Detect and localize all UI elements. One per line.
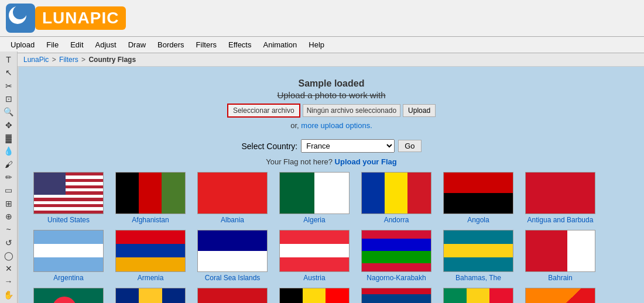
flag-item-bs[interactable]: Bahamas, The xyxy=(440,230,516,282)
flag-item-ad[interactable]: Andorra xyxy=(358,172,434,224)
text-icon[interactable]: T xyxy=(2,54,15,66)
flag-label-dz: Algeria xyxy=(303,216,325,224)
flag-item-dz[interactable]: Algeria xyxy=(276,172,352,224)
logo-icon xyxy=(6,4,35,33)
flag-item-us[interactable]: United States xyxy=(30,172,107,224)
layers-icon[interactable]: ⊞ xyxy=(2,197,15,209)
go-button[interactable]: Go xyxy=(398,140,421,152)
flag-label-at: Austria xyxy=(303,274,325,282)
flag-label-nk: Nagorno-Karabakh xyxy=(366,274,426,282)
pencil-icon[interactable]: ✏ xyxy=(2,171,15,183)
menubar: UploadFileEditAdjustDrawBordersFiltersEf… xyxy=(0,37,644,53)
paint-bucket-icon[interactable]: ▓ xyxy=(2,132,15,144)
menu-item-borders[interactable]: Borders xyxy=(152,38,190,51)
sample-loaded-text: Sample loaded xyxy=(25,78,638,89)
scissors-icon[interactable]: ✂ xyxy=(2,80,15,92)
flag-image-dz xyxy=(279,172,350,214)
menu-item-effects[interactable]: Effects xyxy=(222,38,258,51)
flag-image-coral xyxy=(197,230,268,272)
eraser-icon[interactable]: ▭ xyxy=(2,184,15,196)
close-icon[interactable]: ✕ xyxy=(2,263,15,274)
breadcrumb-filters[interactable]: Filters xyxy=(59,56,78,64)
eyedropper-icon[interactable]: 💧 xyxy=(2,145,15,157)
cursor-icon[interactable]: ↖ xyxy=(2,67,15,78)
flag-item-af[interactable]: Afghanistan xyxy=(112,172,189,224)
flag-item-nk[interactable]: Nagorno-Karabakh xyxy=(358,230,434,282)
breadcrumb-sep1: > xyxy=(52,56,58,64)
flag-image-ao xyxy=(443,172,513,214)
flag-label-bs: Bahamas, The xyxy=(455,274,501,282)
flag-item-bh[interactable]: Bahrain xyxy=(522,230,598,282)
upload-flag-link[interactable]: Upload your Flag xyxy=(335,157,397,166)
flag-missing-row: Your Flag not here? Upload your Flag xyxy=(25,157,638,166)
upload-button[interactable]: Upload xyxy=(403,104,436,117)
flag-image-bj xyxy=(443,288,513,303)
flag-image-bs xyxy=(443,230,513,272)
move-icon[interactable]: ✥ xyxy=(2,119,15,131)
breadcrumb-lunapic[interactable]: LunaPic xyxy=(23,56,49,64)
flag-label-ad: Andorra xyxy=(384,216,409,224)
menu-item-upload[interactable]: Upload xyxy=(5,38,40,51)
flag-item-be[interactable]: Belgium xyxy=(276,288,352,303)
clone-icon[interactable]: ⊕ xyxy=(2,211,15,222)
menu-item-help[interactable]: Help xyxy=(303,38,330,51)
flag-item-bd[interactable]: Bangladesh xyxy=(30,288,107,303)
flag-item-ar[interactable]: Argentina xyxy=(30,230,107,282)
header: LUNAPIC xyxy=(0,0,644,37)
menu-item-filters[interactable]: Filters xyxy=(190,38,222,51)
flag-item-bz[interactable]: Belize xyxy=(358,288,434,303)
brush-icon[interactable]: 🖌 xyxy=(2,159,15,170)
select-country-row: Select Country: FranceUnited StatesAfgha… xyxy=(25,139,638,153)
flag-image-bh xyxy=(525,230,595,272)
flag-image-us xyxy=(33,172,104,214)
flag-item-ao[interactable]: Angola xyxy=(440,172,516,224)
zoom-icon[interactable]: 🔍 xyxy=(2,106,15,118)
flag-item-at[interactable]: Austria xyxy=(276,230,352,282)
menu-item-adjust[interactable]: Adjust xyxy=(90,38,122,51)
menu-item-edit[interactable]: Edit xyxy=(64,38,89,51)
flag-label-us: United States xyxy=(47,216,90,224)
flag-image-ag xyxy=(525,172,595,214)
flag-image-nk xyxy=(361,230,431,272)
left-toolbar: T↖✂⊡🔍✥▓💧🖌✏▭⊞⊕~↺◯✕→✋ xyxy=(0,51,18,303)
flag-image-af xyxy=(115,172,186,214)
flag-label-al: Albania xyxy=(221,216,244,224)
crop-icon[interactable]: ⊡ xyxy=(2,93,15,105)
flag-label-ar: Argentina xyxy=(53,274,83,282)
upload-prompt-text: Upload a photo to work with xyxy=(25,90,638,100)
flag-item-am[interactable]: Armenia xyxy=(112,230,189,282)
flag-item-bb[interactable]: Barbados xyxy=(112,288,189,303)
logo-container: LUNAPIC xyxy=(6,4,126,33)
hand-icon[interactable]: ✋ xyxy=(2,289,15,301)
flag-image-at xyxy=(279,230,350,272)
menu-item-file[interactable]: File xyxy=(40,38,64,51)
arrow-icon[interactable]: → xyxy=(2,276,15,287)
flag-label-am: Armenia xyxy=(138,274,164,282)
flag-item-al[interactable]: Albania xyxy=(194,172,270,224)
flag-item-coral[interactable]: Coral Sea Islands xyxy=(194,230,270,282)
breadcrumb: LunaPic > Filters > Country Flags xyxy=(0,53,644,67)
flag-image-bt xyxy=(525,288,595,303)
flag-image-bz xyxy=(361,288,431,303)
menu-item-draw[interactable]: Draw xyxy=(122,38,152,51)
flag-item-ag[interactable]: Antigua and Barbuda xyxy=(522,172,598,224)
flag-item-by[interactable]: Belarus xyxy=(194,288,270,303)
flag-image-am xyxy=(115,230,186,272)
flag-label-coral: Coral Sea Islands xyxy=(205,274,261,282)
breadcrumb-current: Country Flags xyxy=(88,56,136,64)
logo-text[interactable]: LUNAPIC xyxy=(35,6,126,30)
flags-grid: United StatesAfghanistanAlbaniaAlgeriaAn… xyxy=(25,172,638,303)
smudge-icon[interactable]: ~ xyxy=(2,223,15,235)
country-select[interactable]: FranceUnited StatesAfghanistanAlbaniaAlg… xyxy=(301,139,395,153)
flag-image-ar xyxy=(33,230,104,272)
flag-item-bt[interactable]: Bhutan xyxy=(522,288,598,303)
shapes-icon[interactable]: ◯ xyxy=(2,250,15,261)
flag-label-bh: Bahrain xyxy=(548,274,572,282)
menu-item-animation[interactable]: Animation xyxy=(257,38,303,51)
file-select-button[interactable]: Seleccionar archivo xyxy=(227,104,300,118)
history-icon[interactable]: ↺ xyxy=(2,236,15,248)
flag-image-by xyxy=(197,288,268,303)
more-options-link[interactable]: more upload options. xyxy=(301,121,372,130)
flag-image-al xyxy=(197,172,268,214)
flag-item-bj[interactable]: Benin xyxy=(440,288,516,303)
